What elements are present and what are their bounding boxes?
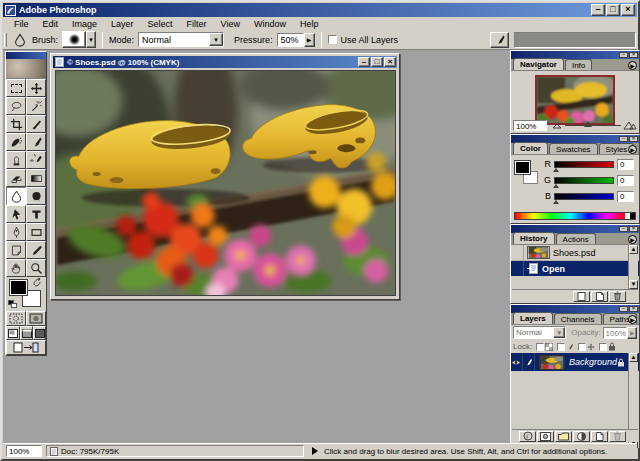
path-select-tool-icon[interactable] (6, 205, 26, 223)
eraser-tool-icon[interactable] (6, 169, 26, 187)
layers-menu-icon[interactable]: ▶ (628, 315, 637, 324)
palette-well[interactable] (514, 32, 636, 48)
jump-to-imageready-button[interactable] (6, 340, 46, 355)
status-menu-arrow-icon[interactable] (312, 447, 318, 455)
toolbox-titlebar[interactable] (6, 52, 46, 59)
navigator-menu-icon[interactable]: ▶ (628, 61, 637, 70)
menu-layer[interactable]: Layer (104, 18, 141, 30)
doc-maximize-icon[interactable]: □ (371, 57, 383, 67)
blend-mode-select[interactable]: Normal ▼ (513, 326, 566, 339)
layer-active-cell[interactable] (523, 353, 535, 371)
b-channel-slider[interactable] (554, 193, 614, 200)
new-layer-button[interactable] (591, 431, 608, 442)
foreground-color-swatch[interactable] (10, 280, 27, 295)
tab-layers[interactable]: Layers (513, 312, 553, 324)
history-snapshot-row[interactable]: Shoes.psd (511, 245, 639, 261)
slider-thumb-icon[interactable] (584, 121, 592, 127)
tab-actions[interactable]: Actions (556, 233, 596, 244)
navigator-zoom-slider[interactable] (565, 125, 621, 126)
type-tool-icon[interactable] (26, 205, 46, 223)
color-spectrum-ramp[interactable] (514, 212, 636, 220)
menu-edit[interactable]: Edit (36, 18, 66, 30)
brush-dropdown-icon[interactable]: ▼ (86, 31, 96, 48)
mode-select[interactable]: Normal ▼ (138, 32, 224, 47)
layer-visibility-cell[interactable] (511, 353, 523, 371)
r-slider-thumb-icon[interactable] (553, 168, 559, 172)
new-document-from-state-button[interactable] (573, 291, 590, 302)
layer-row-background[interactable]: Background (511, 353, 639, 371)
close-icon[interactable]: × (621, 4, 635, 16)
move-tool-icon[interactable] (26, 79, 46, 97)
blend-dropdown-icon[interactable]: ▼ (553, 327, 565, 338)
history-scroll-up-icon[interactable]: ▲ (629, 245, 638, 254)
layers-minimize-icon[interactable]: – (619, 306, 628, 312)
delete-layer-button[interactable] (609, 431, 626, 442)
history-brush-tool-icon[interactable] (26, 151, 46, 169)
toolbox-eye-banner[interactable] (6, 59, 46, 79)
add-mask-button[interactable] (537, 431, 554, 442)
fullscreen-icon[interactable] (33, 326, 46, 340)
eyedropper-tool-icon[interactable] (26, 241, 46, 259)
opacity-spinner-icon[interactable]: ▶ (627, 327, 637, 339)
status-zoom-input[interactable]: 100% (6, 445, 42, 457)
rectangle-tool-icon[interactable] (26, 223, 46, 241)
lasso-tool-icon[interactable] (6, 97, 26, 115)
history-state-open-row[interactable]: Open (511, 261, 639, 276)
g-value-input[interactable]: 0 (617, 175, 634, 186)
pressure-input[interactable]: 50% (277, 33, 304, 47)
r-value-input[interactable]: 0 (617, 159, 634, 170)
pen-tool-icon[interactable] (6, 223, 26, 241)
brush-preview-button[interactable] (62, 31, 86, 48)
tab-swatches[interactable]: Swatches (549, 143, 598, 154)
brush-dynamics-button[interactable] (490, 32, 509, 48)
use-all-layers-checkbox[interactable] (328, 35, 337, 44)
doc-close-icon[interactable]: × (384, 57, 396, 67)
b-value-input[interactable]: 0 (617, 191, 634, 202)
zoom-in-icon[interactable] (623, 120, 637, 130)
zoom-tool-icon[interactable] (26, 259, 46, 277)
color-fg-swatch[interactable] (515, 161, 530, 174)
tab-history[interactable]: History (513, 232, 555, 244)
image-canvas[interactable] (55, 70, 396, 296)
layers-scroll-up-icon[interactable]: ▲ (629, 353, 638, 362)
g-channel-slider[interactable] (554, 177, 614, 184)
standard-screen-icon[interactable] (6, 326, 20, 340)
navigator-close-icon[interactable]: × (629, 52, 638, 58)
slice-tool-icon[interactable] (26, 115, 46, 133)
menu-select[interactable]: Select (141, 18, 180, 30)
menu-filter[interactable]: Filter (180, 18, 214, 30)
navigator-minimize-icon[interactable]: – (619, 52, 628, 58)
status-doc-panel[interactable]: Doc: 795K/795K (46, 445, 304, 457)
hand-tool-icon[interactable] (6, 259, 26, 277)
menu-help[interactable]: Help (293, 18, 326, 30)
lock-image-checkbox[interactable] (557, 343, 565, 351)
b-slider-thumb-icon[interactable] (553, 200, 559, 204)
magic-wand-tool-icon[interactable] (26, 97, 46, 115)
opacity-input[interactable]: 100% (603, 327, 628, 339)
app-titlebar[interactable]: Adobe Photoshop – □ × (3, 3, 637, 17)
airbrush-tool-icon[interactable] (6, 133, 26, 151)
doc-minimize-icon[interactable]: – (358, 57, 370, 67)
new-adjustment-layer-button[interactable] (573, 431, 590, 442)
menu-window[interactable]: Window (247, 18, 293, 30)
paintbrush-tool-icon[interactable] (26, 133, 46, 151)
lock-all-checkbox[interactable] (599, 343, 607, 351)
notes-tool-icon[interactable] (6, 241, 26, 259)
fullscreen-menubar-icon[interactable] (20, 326, 33, 340)
r-channel-slider[interactable] (554, 161, 614, 168)
color-menu-icon[interactable]: ▶ (628, 145, 637, 154)
swap-colors-icon[interactable] (32, 278, 44, 288)
standard-mode-icon[interactable] (6, 311, 26, 326)
history-menu-icon[interactable]: ▶ (628, 235, 637, 244)
clone-stamp-tool-icon[interactable] (6, 151, 26, 169)
lock-transparency-checkbox[interactable] (536, 343, 544, 351)
menu-view[interactable]: View (214, 18, 247, 30)
color-minimize-icon[interactable]: – (619, 136, 628, 142)
layer-style-button[interactable]: f (519, 431, 536, 442)
navigator-zoom-input[interactable]: 100% (513, 120, 547, 131)
tab-info[interactable]: Info (565, 59, 592, 70)
default-colors-icon[interactable] (8, 300, 17, 308)
burn-tool-icon[interactable] (26, 187, 46, 205)
delete-state-button[interactable] (609, 291, 626, 302)
history-minimize-icon[interactable]: – (619, 226, 628, 232)
